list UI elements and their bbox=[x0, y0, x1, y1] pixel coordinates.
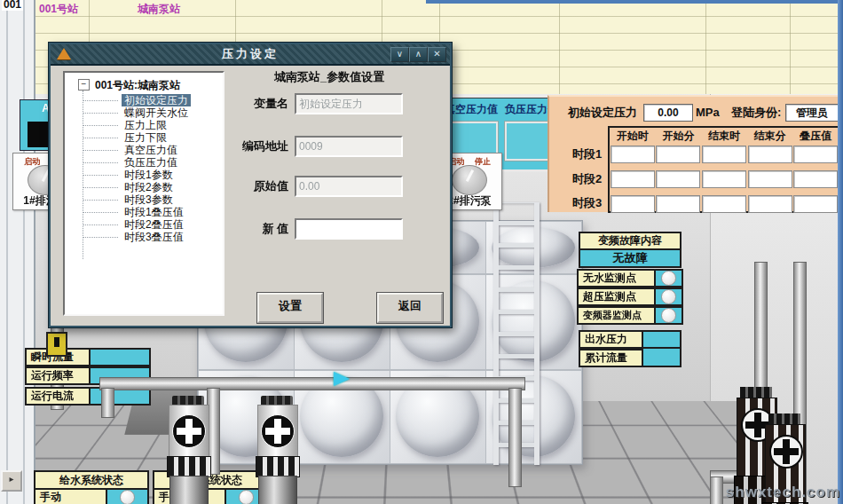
tree-item-butterfly-valve[interactable]: 蝶阀开关水位 bbox=[122, 106, 191, 119]
station-name[interactable]: 城南泵站 bbox=[138, 2, 180, 17]
period1-start-min-input[interactable] bbox=[656, 146, 700, 163]
sewage-pump-1 bbox=[167, 396, 209, 504]
water-system-header: 给水系统状态 bbox=[34, 470, 149, 490]
outlet-pressure-value bbox=[643, 330, 681, 349]
period2-end-hour-input[interactable] bbox=[702, 170, 746, 188]
pump-fan-icon bbox=[261, 414, 295, 448]
hmi-screen: 001号站 城南泵站 001 真空压力值 负压压力值 A 启动 停止 1#排污泵… bbox=[0, 0, 843, 504]
tree-item-vacuum-pressure[interactable]: 真空压力值 bbox=[122, 144, 180, 156]
tree-item-negative-pressure[interactable]: 负压压力值 bbox=[122, 156, 180, 169]
run-frequency-label: 运行频率 bbox=[25, 366, 91, 385]
col-start-min: 开始分 bbox=[656, 129, 702, 144]
period3-end-hour-input[interactable] bbox=[702, 195, 746, 213]
pump2-selector-knob[interactable] bbox=[452, 165, 487, 195]
variable-name-label: 变量名 bbox=[226, 96, 288, 112]
pump-fan-icon bbox=[769, 435, 803, 469]
period1-end-hour-input[interactable] bbox=[702, 146, 746, 163]
period1-overlay-input[interactable] bbox=[793, 146, 838, 163]
col-end-min: 结束分 bbox=[747, 129, 793, 144]
water-system-indicator[interactable] bbox=[107, 490, 149, 504]
instant-flow-value bbox=[91, 348, 151, 366]
tree-root-node[interactable]: 001号站:城南泵站 bbox=[95, 78, 180, 93]
initial-pressure-value: 0.00 bbox=[643, 104, 693, 122]
period3-start-min-input[interactable] bbox=[656, 195, 700, 213]
period2-end-min-input[interactable] bbox=[748, 170, 792, 188]
tree-item-initial-pressure[interactable]: 初始设定压力 bbox=[122, 94, 191, 106]
flow-arrow-icon bbox=[334, 372, 350, 386]
monitor-row-overpressure: 超压监测点 bbox=[577, 287, 683, 306]
original-value-field[interactable] bbox=[295, 176, 403, 197]
scroll-arrow-button[interactable]: ▸ bbox=[1, 470, 22, 492]
settings-panel: 初始设定压力 0.00 MPa 登陆身份: 管理员 时段1 时段2 时段3 开始… bbox=[548, 95, 842, 212]
unit-label: MPa bbox=[696, 106, 720, 119]
valve bbox=[46, 332, 67, 357]
indicator-led-icon bbox=[120, 490, 135, 504]
overpressure-indicator[interactable] bbox=[656, 287, 683, 306]
code-address-field[interactable] bbox=[295, 136, 403, 157]
water-system-mode: 手动 bbox=[34, 490, 107, 504]
maximize-icon[interactable]: ∧ bbox=[409, 47, 428, 62]
period2-overlay-input[interactable] bbox=[793, 170, 838, 188]
period3-end-min-input[interactable] bbox=[748, 195, 792, 213]
pipe bbox=[508, 388, 522, 487]
pump-fan-icon bbox=[172, 414, 206, 448]
total-flow-label: 累计流量 bbox=[579, 349, 643, 367]
indicator-led-icon bbox=[661, 271, 676, 286]
tree-item-pressure-upper[interactable]: 压力上限 bbox=[122, 119, 169, 131]
tree-item-period1-overlay[interactable]: 时段1叠压值 bbox=[122, 206, 186, 218]
fault-status: 无故障 bbox=[579, 250, 681, 268]
period3-overlay-input[interactable] bbox=[793, 195, 838, 213]
period2-start-hour-input[interactable] bbox=[611, 170, 655, 188]
water-system-status-box: 给水系统状态 手动 bbox=[34, 470, 149, 504]
period1-label: 时段1 bbox=[572, 146, 602, 162]
left-rail: 001 bbox=[0, 0, 35, 504]
pipe bbox=[99, 377, 525, 390]
code-address-label: 编码地址 bbox=[226, 138, 288, 154]
period2-start-min-input[interactable] bbox=[656, 170, 700, 188]
close-icon[interactable]: ✕ bbox=[428, 47, 446, 62]
tree-item-pressure-lower[interactable]: 压力下限 bbox=[122, 131, 169, 144]
set-button[interactable]: 设置 bbox=[257, 293, 323, 323]
instant-flow-row: 瞬时流量 bbox=[25, 348, 151, 366]
tree-item-period3-param[interactable]: 时段3参数 bbox=[122, 193, 176, 206]
vacuum-pressure-label: 真空压力值 bbox=[445, 102, 498, 117]
period1-start-hour-input[interactable] bbox=[611, 146, 655, 163]
back-button[interactable]: 返回 bbox=[377, 293, 443, 323]
station-id[interactable]: 001号站 bbox=[39, 2, 78, 17]
tree-item-period2-overlay[interactable]: 时段2叠压值 bbox=[122, 218, 186, 231]
pressure-setting-dialog: 压力设定 ∨ ∧ ✕ − 001号站:城南泵站 初始设定压力 蝶阀开关水位 压力… bbox=[49, 43, 452, 327]
original-value-label: 原始值 bbox=[226, 178, 288, 194]
login-identity: 管理员 bbox=[785, 104, 839, 122]
sewage-pump-2 bbox=[256, 396, 298, 504]
new-value-label: 新 值 bbox=[226, 221, 288, 237]
run-current-label: 运行电流 bbox=[25, 387, 91, 406]
time-period-table: 开始时 开始分 结束时 结束分 叠压值 bbox=[608, 126, 840, 213]
monitor-row-no-water: 无水监测点 bbox=[577, 269, 683, 287]
monitor-row-vfd: 变频器监测点 bbox=[577, 306, 683, 325]
no-water-indicator[interactable] bbox=[656, 269, 683, 287]
col-start-hour: 开始时 bbox=[610, 129, 656, 144]
tree-item-period1-param[interactable]: 时段1参数 bbox=[122, 169, 176, 181]
indicator-led-icon bbox=[661, 308, 676, 323]
period1-end-min-input[interactable] bbox=[748, 146, 792, 163]
variable-name-field[interactable] bbox=[295, 93, 403, 114]
minimize-icon[interactable]: ∨ bbox=[390, 47, 409, 62]
outlet-pressure-label: 出水压力 bbox=[579, 330, 643, 349]
total-flow-row: 累计流量 bbox=[579, 349, 681, 367]
tree-expander-icon[interactable]: − bbox=[78, 79, 90, 91]
period2-label: 时段2 bbox=[572, 171, 602, 187]
pipe bbox=[101, 388, 114, 418]
pipe bbox=[710, 476, 723, 504]
vfd-indicator[interactable] bbox=[656, 306, 683, 325]
vfd-fault-panel: 变频故障内容 无故障 bbox=[579, 232, 681, 268]
new-value-field[interactable] bbox=[295, 218, 403, 240]
total-flow-value bbox=[643, 349, 681, 367]
parameter-tree: − 001号站:城南泵站 初始设定压力 蝶阀开关水位 压力上限 压力下限 真空压… bbox=[63, 71, 225, 316]
tree-item-period3-overlay[interactable]: 时段3叠压值 bbox=[122, 231, 186, 243]
period3-start-hour-input[interactable] bbox=[611, 195, 655, 213]
initial-pressure-label: 初始设定压力 bbox=[568, 105, 637, 121]
tree-item-period2-param[interactable]: 时段2参数 bbox=[122, 181, 176, 193]
col-overlay-pressure: 叠压值 bbox=[792, 129, 839, 144]
fault-header: 变频故障内容 bbox=[579, 232, 681, 250]
indicator-led-icon bbox=[661, 289, 676, 304]
